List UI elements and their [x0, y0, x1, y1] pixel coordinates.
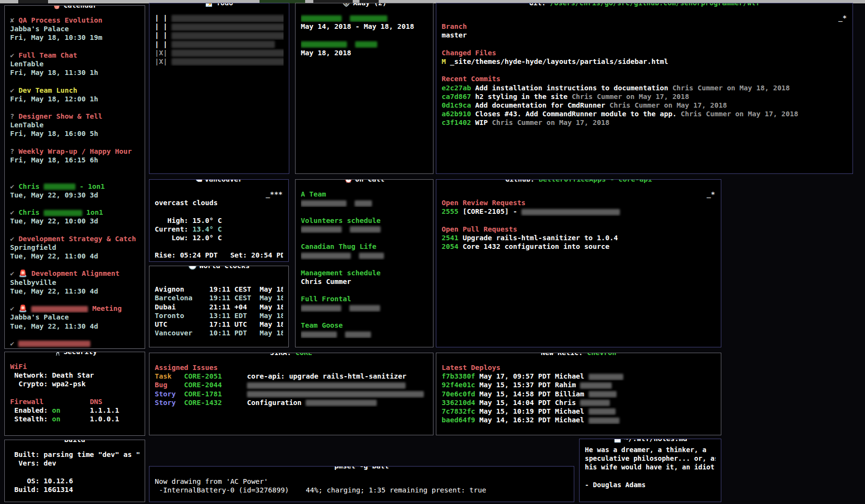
- redacted-text: [355, 200, 372, 207]
- redacted-text: [301, 200, 346, 207]
- clocks-line: Vancouver 10:11 PDT May 18: [155, 329, 283, 337]
- security-line: [10, 389, 139, 397]
- text-segment: DNS: [90, 398, 102, 406]
- redacted-text: [172, 41, 275, 48]
- calendar-line: ✘ QA Process Evolution: [10, 16, 139, 25]
- oncall-line: Full Frontal: [301, 295, 428, 303]
- notes-line: his wife would have it, an idiot.: [585, 463, 716, 471]
- text-segment: Add documentation for CmdRunner: [471, 101, 609, 109]
- oncall-title-text: On Call: [355, 179, 384, 183]
- text-segment: Low: 12.0° C: [155, 234, 222, 242]
- github-refresh-indicator: _*: [707, 190, 715, 198]
- text-segment: A Team: [301, 190, 326, 198]
- text-segment: Story: [155, 399, 184, 406]
- build-line: Built: parsing time "dev" as ": [10, 450, 139, 459]
- security-line: Stealth: on 1.0.0.1: [10, 415, 139, 423]
- text-segment: - 1on1: [75, 183, 105, 190]
- git-line: c3f1402 WIP Chris Cummer on May 17, 2018: [442, 118, 847, 127]
- popcorn-icon: 🍿: [52, 5, 61, 9]
- newrelic-line: 70e6c0fd May 15, 14:58 PDT Billiam: [442, 390, 716, 398]
- text-segment: 🚨: [18, 305, 31, 312]
- battery-title-text: pmset -g batt: [334, 466, 389, 470]
- git-line: [442, 66, 847, 74]
- text-segment: Add installation instructions to documen…: [471, 84, 672, 92]
- redacted-text: [172, 24, 284, 31]
- text-segment: Volunteers schedule: [301, 217, 381, 224]
- text-segment: [167, 49, 172, 57]
- todo-line: | |: [155, 13, 284, 22]
- oncall-line: [301, 303, 428, 312]
- text-segment: May 17, 09:57 PDT Michael: [475, 372, 589, 380]
- text-segment: Jabba's Palace: [10, 25, 69, 33]
- git-line: ca7d867 h2 styling in the site Chris Cum…: [442, 92, 847, 101]
- text-segment: master: [442, 31, 467, 39]
- redacted-text: [580, 382, 612, 389]
- text-segment: Avignon 19:11 CEST May 18: [155, 285, 283, 293]
- calendar-line: [10, 164, 139, 173]
- text-segment: Chris Cummer on May 17, 2018: [609, 101, 727, 109]
- oncall-line: A Team: [301, 190, 428, 198]
- calendar-line: Fri, May 18, 10:30 19m: [10, 33, 139, 42]
- text-segment: |X|: [155, 58, 167, 65]
- pmset-line: Now drawing from 'AC Power': [155, 477, 568, 486]
- text-segment: Build: 16G1314: [10, 486, 73, 493]
- text-segment: 2541: [442, 234, 458, 242]
- newrelic-line: 92f4e01c May 15, 15:37 PDT Rahim: [442, 381, 716, 389]
- text-segment: Dubai 21:11 +04 May 18: [155, 303, 283, 311]
- text-segment: Story: [155, 390, 184, 398]
- github-panel: Github: BetterOfficeApps - core-api _* O…: [436, 179, 721, 347]
- text-segment: Core 1432 configuration into source: [458, 243, 609, 250]
- fencer-icon: 🤺: [52, 352, 61, 356]
- away-line: [301, 40, 428, 49]
- world-clocks-panel: 🕐World Clocks Avignon 19:11 CEST May 18B…: [149, 266, 289, 347]
- redacted-text: [247, 382, 406, 389]
- redacted-text: [349, 305, 380, 311]
- text-segment: 1.0.0.1: [90, 415, 119, 423]
- newrelic-line: 336210d4 May 15, 14:04 PDT Chris: [442, 398, 716, 407]
- text-segment: [167, 31, 172, 39]
- text-segment: 1on1: [82, 209, 103, 216]
- calendar-line: ? Weekly Wrap-up / Happy Hour: [10, 147, 139, 156]
- world-clocks-panel-title: 🕐World Clocks: [185, 266, 253, 270]
- text-segment: [351, 251, 359, 259]
- text-segment: ✔: [10, 270, 18, 277]
- weather-refresh-indicator: _***: [266, 190, 283, 198]
- oncall-line: Chris Cummer: [301, 277, 428, 286]
- text-segment: Chris: [18, 183, 43, 190]
- text-segment: Built: parsing time "dev" as ": [10, 451, 139, 458]
- github-title-text: Github:: [505, 179, 539, 183]
- security-line: Network: Death Star: [10, 371, 139, 380]
- jira-line: Task CORE-2051 core-api: upgrade rails-h…: [155, 372, 428, 381]
- git-line: master: [442, 31, 847, 39]
- text-segment: 70e6c0fd: [442, 390, 475, 398]
- text-segment: ✔: [10, 86, 18, 94]
- git-line: Branch: [442, 22, 847, 31]
- battery-panel: pmset -g batt Now drawing from 'AC Power…: [149, 466, 574, 502]
- git-line: a62b910 Closes #43. Add CommandRunner mo…: [442, 110, 847, 118]
- oncall-line: Volunteers schedule: [301, 216, 428, 225]
- redacted-text: [589, 418, 619, 424]
- jira-panel: JIRA: CORE Assigned IssuesTask CORE-2051…: [149, 353, 433, 435]
- text-segment: speculative philosopher... or, as: [585, 455, 716, 462]
- text-segment: baed64f9: [442, 416, 475, 424]
- text-segment: 2054: [442, 243, 458, 250]
- text-segment: Dev Team Lunch: [18, 86, 77, 94]
- git-line: Recent Commits: [442, 74, 847, 83]
- build-line: OS: 10.12.6: [10, 477, 139, 485]
- redacted-text: [301, 226, 342, 233]
- github-line: 2541 Upgrade rails-html-sanitizer to 1.0…: [442, 234, 716, 242]
- security-panel: 🤺Security WiFi Network: Death Star Crypt…: [4, 352, 145, 436]
- git-line: [442, 40, 847, 49]
- text-segment: May 14, 16:32 PDT Michael: [475, 416, 589, 424]
- text-segment: Designer Show & Tell: [18, 112, 102, 120]
- clocks-line: [155, 276, 283, 285]
- notes-panel-title: 📄~/.wtf/notes.md: [610, 439, 691, 443]
- calendar-line: [10, 42, 139, 51]
- text-segment: Firewall: [10, 398, 44, 406]
- calendar-line: [10, 173, 139, 182]
- redacted-text: [172, 15, 284, 22]
- calendar-line: Fri, May 18, 12:00 1h: [10, 95, 139, 103]
- text-segment: ✘: [10, 16, 18, 24]
- calendar-line: ✔ Full Team Chat: [10, 51, 139, 60]
- text-segment: Vers: dev: [10, 459, 56, 467]
